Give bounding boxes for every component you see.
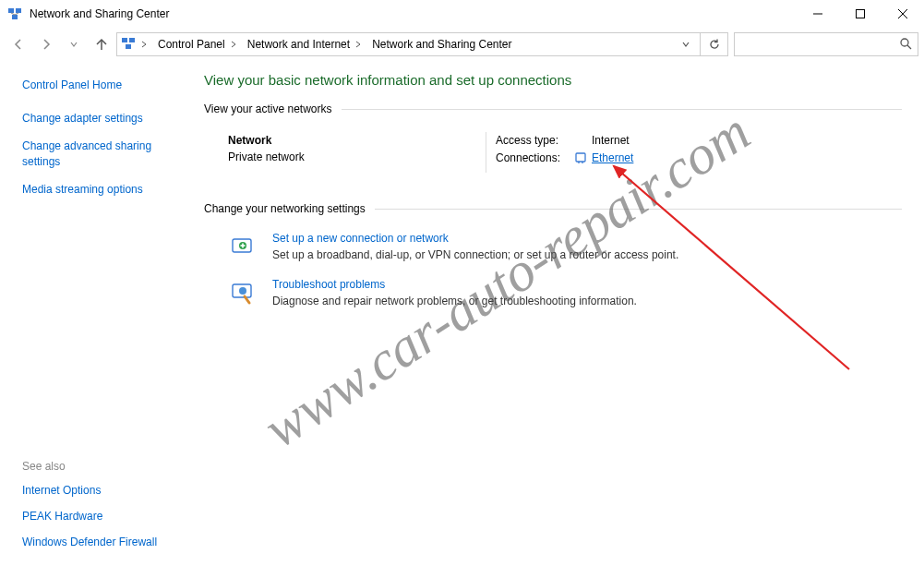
page-heading: View your basic network information and … — [204, 72, 902, 88]
svg-rect-10 — [122, 38, 127, 42]
see-also-header: See also — [22, 460, 182, 473]
breadcrumb-root[interactable] — [117, 33, 154, 55]
sidebar-link-adapter[interactable]: Change adapter settings — [22, 111, 182, 126]
svg-rect-11 — [129, 38, 135, 42]
breadcrumb-label: Network and Internet — [247, 38, 350, 51]
troubleshoot-text: Troubleshoot problems Diagnose and repai… — [272, 278, 637, 307]
divider — [342, 109, 902, 110]
access-type-row: Access type: Internet — [496, 134, 633, 147]
seealso-internet-options[interactable]: Internet Options — [22, 484, 182, 497]
svg-line-3 — [11, 13, 15, 15]
main-content: View your basic network information and … — [189, 61, 924, 578]
sidebar: Control Panel Home Change adapter settin… — [0, 61, 189, 578]
close-button[interactable] — [882, 0, 924, 28]
troubleshoot-desc: Diagnose and repair network problems, or… — [272, 295, 637, 307]
breadcrumb-label: Control Panel — [158, 38, 225, 51]
active-networks-header: View your active networks — [204, 102, 902, 115]
network-row: Network Private network Access type: Int… — [228, 132, 902, 173]
refresh-button[interactable] — [700, 33, 727, 55]
sidebar-link-media-streaming[interactable]: Media streaming options — [22, 182, 182, 197]
chevron-right-icon — [229, 40, 238, 49]
svg-point-13 — [901, 39, 908, 46]
setup-connection-item: Set up a new connection or network Set u… — [228, 232, 902, 261]
divider — [375, 209, 902, 210]
network-type: Private network — [228, 151, 476, 163]
minimize-button[interactable] — [797, 0, 839, 28]
setup-connection-icon — [228, 232, 258, 261]
access-type-value: Internet — [592, 134, 630, 147]
control-panel-home-link[interactable]: Control Panel Home — [22, 78, 182, 92]
seealso-firewall[interactable]: Windows Defender Firewall — [22, 536, 182, 548]
connections-row: Connections: Ethernet — [496, 151, 633, 165]
setup-connection-text: Set up a new connection or network Set u… — [272, 232, 678, 261]
window-controls — [797, 0, 924, 28]
app-icon — [7, 6, 22, 21]
control-panel-icon — [121, 36, 136, 54]
change-settings-header: Change your networking settings — [204, 202, 902, 215]
svg-rect-0 — [8, 8, 14, 13]
network-identity: Network Private network — [228, 132, 486, 173]
search-icon — [899, 37, 912, 53]
svg-rect-2 — [12, 15, 18, 19]
search-input[interactable] — [734, 32, 918, 56]
network-details: Access type: Internet Connections: Ether… — [486, 132, 633, 173]
breadcrumb-item[interactable]: Network and Internet — [244, 33, 368, 55]
forward-button[interactable] — [33, 31, 59, 57]
svg-line-4 — [15, 13, 18, 15]
svg-point-23 — [239, 287, 246, 295]
address-dropdown[interactable] — [672, 33, 700, 55]
setup-connection-desc: Set up a broadband, dial-up, or VPN conn… — [272, 248, 678, 261]
svg-rect-12 — [126, 44, 131, 49]
breadcrumb-item[interactable]: Network and Sharing Center — [368, 33, 517, 55]
section-label: View your active networks — [204, 102, 332, 115]
svg-rect-6 — [857, 10, 865, 18]
svg-rect-15 — [576, 153, 585, 162]
chevron-right-icon — [354, 40, 363, 49]
sidebar-link-advanced-sharing[interactable]: Change advanced sharing settings — [22, 138, 182, 168]
troubleshoot-item: Troubleshoot problems Diagnose and repai… — [228, 278, 902, 307]
back-button[interactable] — [6, 31, 31, 57]
navbar: Control Panel Network and Internet Netwo… — [0, 28, 924, 61]
chevron-right-icon — [139, 40, 149, 49]
troubleshoot-link[interactable]: Troubleshoot problems — [272, 278, 637, 291]
seealso-peak-hardware[interactable]: PEAK Hardware — [22, 510, 182, 523]
section-label: Change your networking settings — [204, 202, 366, 215]
svg-rect-1 — [16, 8, 21, 13]
up-button[interactable] — [89, 31, 114, 57]
titlebar: Network and Sharing Center — [0, 0, 924, 28]
access-type-label: Access type: — [496, 134, 573, 147]
window-title: Network and Sharing Center — [30, 7, 797, 20]
ethernet-link[interactable]: Ethernet — [592, 151, 633, 164]
svg-line-14 — [907, 45, 911, 49]
troubleshoot-icon — [228, 278, 258, 307]
network-name: Network — [228, 134, 476, 147]
breadcrumb-label: Network and Sharing Center — [372, 38, 511, 51]
ethernet-icon — [573, 151, 588, 165]
maximize-button[interactable] — [839, 0, 882, 28]
address-bar[interactable]: Control Panel Network and Internet Netwo… — [116, 32, 728, 56]
recent-dropdown[interactable] — [61, 31, 87, 57]
setup-connection-link[interactable]: Set up a new connection or network — [272, 232, 678, 245]
connections-label: Connections: — [496, 151, 573, 164]
breadcrumb-item[interactable]: Control Panel — [154, 33, 244, 55]
body: Control Panel Home Change adapter settin… — [0, 61, 924, 578]
